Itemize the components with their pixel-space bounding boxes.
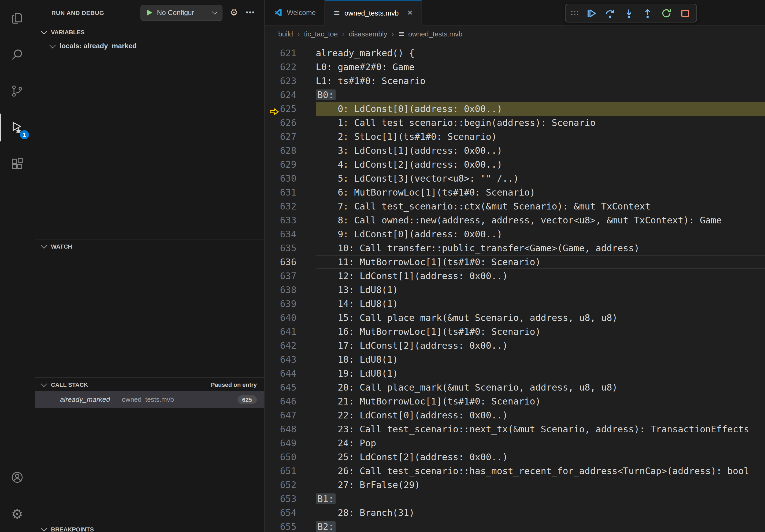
line-text[interactable]: 8: Call owned::new(address, address, vec… [316, 213, 765, 227]
line-gutter[interactable]: 639 [265, 297, 316, 311]
line-text[interactable]: 15: Call place_mark(&mut Scenario, addre… [316, 311, 765, 325]
line-gutter[interactable]: 650 [265, 450, 316, 464]
line-gutter[interactable]: 655 [265, 520, 316, 532]
line-text[interactable]: 1: Call test_scenario::begin(address): S… [316, 116, 765, 130]
line-gutter[interactable]: 630 [265, 171, 316, 185]
line-text[interactable]: 0: LdConst[0](address: 0x00..) [316, 102, 765, 116]
line-gutter[interactable]: 643 [265, 353, 316, 367]
settings-gear-icon[interactable]: ⚙ [0, 496, 34, 532]
breadcrumb-item[interactable]: build [278, 30, 293, 38]
tab-welcome[interactable]: Welcome [265, 0, 325, 25]
line-text[interactable]: 14: LdU8(1) [316, 297, 765, 311]
source-control-icon[interactable] [0, 73, 34, 109]
tab-owned-tests[interactable]: ≡ owned_tests.mvb × [325, 0, 421, 25]
line-gutter[interactable]: 654 [265, 506, 316, 520]
more-actions-icon[interactable]: ⋯ [246, 8, 255, 17]
line-gutter[interactable]: 625 [265, 102, 316, 116]
line-text[interactable]: 16: MutBorrowLoc[1](ts#1#0: Scenario) [316, 325, 765, 339]
line-text[interactable]: 23: Call test_scenario::next_tx(&mut Sce… [316, 422, 765, 436]
step-out-button[interactable] [638, 5, 657, 21]
search-icon[interactable] [0, 36, 34, 73]
call-stack-frame-row[interactable]: already_marked owned_tests.mvb 625 [35, 391, 264, 408]
line-gutter[interactable]: 632 [265, 199, 316, 213]
line-text[interactable]: 4: LdConst[2](address: 0x00..) [316, 157, 765, 171]
call-stack-section-header[interactable]: CALL STACK Paused on entry [35, 378, 264, 391]
line-gutter[interactable]: 626 [265, 116, 316, 130]
variables-locals-row[interactable]: locals: already_marked [35, 39, 264, 53]
line-gutter[interactable]: 627 [265, 130, 316, 143]
line-gutter[interactable]: 640 [265, 311, 316, 325]
line-gutter[interactable]: 649 [265, 436, 316, 450]
line-text[interactable]: 18: LdU8(1) [316, 353, 765, 367]
line-text[interactable]: 10: Call transfer::public_transfer<Game>… [316, 241, 765, 255]
line-gutter[interactable]: 641 [265, 325, 316, 339]
watch-section-header[interactable]: WATCH [35, 239, 264, 253]
line-gutter[interactable]: 629 [265, 157, 316, 171]
breadcrumb-item-file[interactable]: ≡ owned_tests.mvb [398, 30, 463, 38]
line-gutter[interactable]: 624 [265, 88, 316, 102]
line-gutter[interactable]: 635 [265, 241, 316, 255]
line-gutter[interactable]: 651 [265, 464, 316, 478]
line-text[interactable]: 7: Call test_scenario::ctx(&mut Scenario… [316, 199, 765, 213]
line-gutter[interactable]: 645 [265, 381, 316, 394]
continue-button[interactable] [582, 5, 600, 21]
breakpoints-section-header[interactable]: BREAKPOINTS [35, 522, 264, 532]
line-text[interactable]: 11: MutBorrowLoc[1](ts#1#0: Scenario) [316, 255, 765, 269]
line-text[interactable]: B2: [316, 520, 765, 532]
run-and-debug-icon[interactable]: 1 [0, 109, 34, 146]
line-gutter[interactable]: 634 [265, 227, 316, 241]
debug-config-dropdown[interactable]: No Configur [141, 5, 223, 21]
step-into-button[interactable] [619, 5, 638, 21]
step-over-button[interactable] [600, 5, 619, 21]
line-gutter[interactable]: 636 [265, 255, 316, 269]
line-gutter[interactable]: 631 [265, 185, 316, 199]
line-gutter[interactable]: 642 [265, 339, 316, 353]
drag-handle-icon[interactable] [568, 5, 582, 21]
extensions-icon[interactable] [0, 146, 34, 182]
line-text[interactable]: 17: LdConst[2](address: 0x00..) [316, 339, 765, 353]
breadcrumb-item[interactable]: disassembly [349, 30, 387, 38]
line-text[interactable]: already_marked() { [316, 46, 765, 60]
line-text[interactable]: 28: Branch(31) [316, 506, 765, 520]
line-text[interactable]: L0: game#2#0: Game [316, 60, 765, 74]
line-gutter[interactable]: 628 [265, 143, 316, 157]
line-gutter[interactable]: 648 [265, 422, 316, 436]
line-text[interactable]: 21: MutBorrowLoc[1](ts#1#0: Scenario) [316, 394, 765, 408]
start-debug-icon[interactable] [146, 9, 153, 16]
line-text[interactable]: 12: LdConst[1](address: 0x00..) [316, 269, 765, 283]
line-gutter[interactable]: 621 [265, 46, 316, 60]
line-gutter[interactable]: 644 [265, 367, 316, 381]
line-gutter[interactable]: 633 [265, 213, 316, 227]
line-text[interactable]: 9: LdConst[0](address: 0x00..) [316, 227, 765, 241]
line-text[interactable]: 3: LdConst[1](address: 0x00..) [316, 143, 765, 157]
line-gutter[interactable]: 637 [265, 269, 316, 283]
line-text[interactable]: 22: LdConst[0](address: 0x00..) [316, 408, 765, 422]
code-editor[interactable]: 621already_marked() {622L0: game#2#0: Ga… [265, 42, 765, 532]
account-icon[interactable] [0, 459, 34, 496]
line-gutter[interactable]: 646 [265, 394, 316, 408]
line-text[interactable]: 19: LdU8(1) [316, 367, 765, 381]
restart-button[interactable] [657, 5, 675, 21]
line-text[interactable]: L1: ts#1#0: Scenario [316, 74, 765, 88]
close-tab-icon[interactable]: × [407, 8, 412, 18]
line-gutter[interactable]: 653 [265, 492, 316, 506]
line-text[interactable]: B1: [316, 492, 765, 506]
line-gutter[interactable]: 622 [265, 60, 316, 74]
line-text[interactable]: 13: LdU8(1) [316, 283, 765, 297]
line-text[interactable]: 20: Call place_mark(&mut Scenario, addre… [316, 381, 765, 394]
line-text[interactable]: 2: StLoc[1](ts#1#0: Scenario) [316, 130, 765, 143]
debug-settings-gear-icon[interactable]: ⚙ [230, 8, 238, 17]
stop-button[interactable] [675, 5, 694, 21]
line-gutter[interactable]: 647 [265, 408, 316, 422]
line-text[interactable]: 24: Pop [316, 436, 765, 450]
line-text[interactable]: B0: [316, 88, 765, 102]
line-text[interactable]: 25: LdConst[2](address: 0x00..) [316, 450, 765, 464]
line-gutter[interactable]: 623 [265, 74, 316, 88]
line-gutter[interactable]: 638 [265, 283, 316, 297]
breadcrumb-item[interactable]: tic_tac_toe [304, 30, 338, 38]
line-text[interactable]: 27: BrFalse(29) [316, 478, 765, 492]
line-text[interactable]: 26: Call test_scenario::has_most_recent_… [316, 464, 765, 478]
line-text[interactable]: 6: MutBorrowLoc[1](ts#1#0: Scenario) [316, 185, 765, 199]
explorer-icon[interactable] [0, 0, 34, 36]
variables-section-header[interactable]: VARIABLES [35, 25, 264, 39]
